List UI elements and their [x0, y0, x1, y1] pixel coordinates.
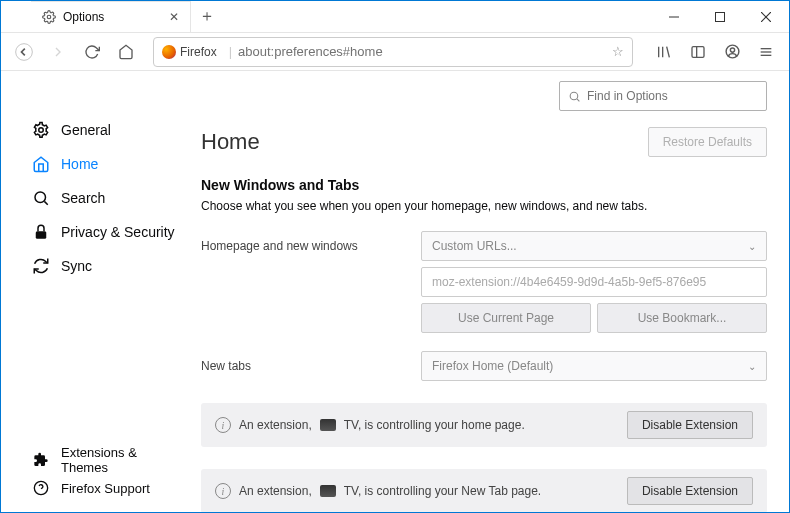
- close-tab-icon[interactable]: ✕: [166, 9, 182, 25]
- svg-point-0: [47, 15, 51, 19]
- newtabs-label: New tabs: [201, 359, 397, 373]
- restore-defaults-button[interactable]: Restore Defaults: [648, 127, 767, 157]
- sidebar-extensions-themes[interactable]: Extensions & Themes: [27, 446, 187, 474]
- svg-point-17: [35, 192, 46, 203]
- content: Find in Options Home Restore Defaults Ne…: [187, 71, 789, 513]
- search-icon: [568, 90, 581, 103]
- find-in-options[interactable]: Find in Options: [559, 81, 767, 111]
- gear-icon: [31, 120, 51, 140]
- chevron-down-icon: ⌄: [748, 361, 756, 372]
- app-menu-button[interactable]: [751, 37, 781, 67]
- svg-line-18: [44, 201, 47, 204]
- svg-point-5: [16, 43, 33, 60]
- newtabs-select[interactable]: Firefox Home (Default) ⌄: [421, 351, 767, 381]
- browser-tab[interactable]: Options ✕: [31, 1, 191, 32]
- sidebar-item-general[interactable]: General: [27, 113, 187, 147]
- window-controls: [651, 1, 789, 33]
- sidebar-toggle-button[interactable]: [683, 37, 713, 67]
- svg-point-16: [39, 128, 44, 133]
- account-button[interactable]: [717, 37, 747, 67]
- minimize-button[interactable]: [651, 1, 697, 33]
- new-tab-button[interactable]: ＋: [193, 3, 221, 31]
- main: General Home Search Privacy & Security S…: [1, 71, 789, 513]
- homepage-select[interactable]: Custom URLs... ⌄: [421, 231, 767, 261]
- homepage-url-input[interactable]: moz-extension://4b4e6459-9d9d-4a5b-9ef5-…: [421, 267, 767, 297]
- newtabs-row: New tabs Firefox Home (Default) ⌄: [201, 351, 767, 381]
- search-icon: [31, 188, 51, 208]
- sidebar-firefox-support[interactable]: Firefox Support: [27, 474, 187, 502]
- sidebar-item-home[interactable]: Home: [27, 147, 187, 181]
- sync-icon: [31, 256, 51, 276]
- toolbar: Firefox | about:preferences#home ☆: [1, 33, 789, 71]
- close-window-button[interactable]: [743, 1, 789, 33]
- sidebar-bottom: Extensions & Themes Firefox Support: [27, 446, 187, 502]
- preferences-sidebar: General Home Search Privacy & Security S…: [1, 71, 187, 513]
- extension-warning-home: i An extension, TV, is controlling your …: [201, 403, 767, 447]
- svg-rect-19: [36, 231, 47, 239]
- forward-button[interactable]: [43, 37, 73, 67]
- tv-extension-icon: [320, 485, 336, 497]
- svg-rect-9: [692, 46, 704, 57]
- maximize-button[interactable]: [697, 1, 743, 33]
- svg-line-8: [667, 46, 670, 57]
- homepage-label: Homepage and new windows: [201, 239, 397, 253]
- library-button[interactable]: [649, 37, 679, 67]
- address-bar[interactable]: Firefox | about:preferences#home ☆: [153, 37, 633, 67]
- firefox-logo-icon: [162, 45, 176, 59]
- bookmark-star-icon[interactable]: ☆: [612, 44, 624, 59]
- svg-line-23: [577, 98, 579, 100]
- sidebar-item-privacy[interactable]: Privacy & Security: [27, 215, 187, 249]
- info-icon: i: [215, 483, 231, 499]
- gear-icon: [41, 9, 57, 25]
- extension-warning-newtab: i An extension, TV, is controlling your …: [201, 469, 767, 513]
- url-text: about:preferences#home: [238, 44, 383, 59]
- tab-title: Options: [63, 10, 104, 24]
- tv-extension-icon: [320, 419, 336, 431]
- svg-rect-2: [716, 12, 725, 21]
- svg-point-22: [570, 92, 578, 100]
- homepage-row: Homepage and new windows Custom URLs... …: [201, 231, 767, 261]
- find-placeholder: Find in Options: [587, 89, 668, 103]
- disable-extension-button[interactable]: Disable Extension: [627, 477, 753, 505]
- back-button[interactable]: [9, 37, 39, 67]
- puzzle-icon: [31, 450, 51, 470]
- home-button[interactable]: [111, 37, 141, 67]
- titlebar: Options ✕ ＋: [1, 1, 789, 33]
- use-bookmark-button[interactable]: Use Bookmark...: [597, 303, 767, 333]
- chevron-down-icon: ⌄: [748, 241, 756, 252]
- use-current-page-button[interactable]: Use Current Page: [421, 303, 591, 333]
- disable-extension-button[interactable]: Disable Extension: [627, 411, 753, 439]
- section-heading: New Windows and Tabs: [201, 177, 767, 193]
- home-icon: [31, 154, 51, 174]
- lock-icon: [31, 222, 51, 242]
- svg-point-12: [730, 48, 734, 52]
- sidebar-item-search[interactable]: Search: [27, 181, 187, 215]
- sidebar-item-sync[interactable]: Sync: [27, 249, 187, 283]
- identity-badge: Firefox: [162, 45, 217, 59]
- section-description: Choose what you see when you open your h…: [201, 199, 767, 213]
- info-icon: i: [215, 417, 231, 433]
- reload-button[interactable]: [77, 37, 107, 67]
- question-icon: [31, 478, 51, 498]
